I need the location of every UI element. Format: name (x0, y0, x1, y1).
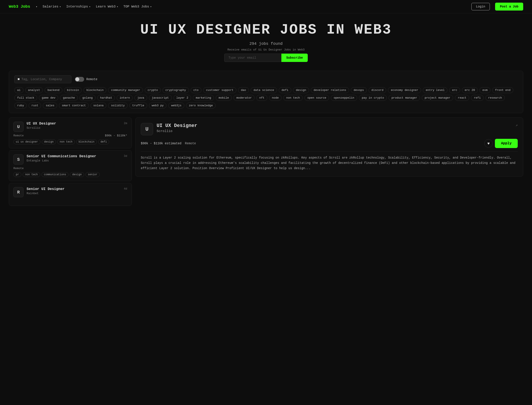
filter-tag[interactable]: solana (90, 102, 107, 108)
filter-tag[interactable]: game dev (39, 95, 58, 101)
job-card[interactable]: U UI UX Designer Scrollio 2m Remote $90k… (9, 117, 132, 148)
filter-tag[interactable]: erc 20 (462, 87, 478, 93)
filter-tag[interactable]: research (485, 95, 505, 101)
favorite-button[interactable]: ♥ (484, 139, 493, 148)
job-title: Senior UI Designer (27, 187, 121, 191)
filter-tag[interactable]: design (293, 87, 309, 93)
filter-tag[interactable]: economy designer (388, 87, 421, 93)
filter-tag[interactable]: developer relations (311, 87, 349, 93)
job-tags: prnon techcommunicationsdesignsenior (13, 172, 127, 177)
filter-tag[interactable]: erc (449, 87, 460, 93)
filter-tag[interactable]: entry level (423, 87, 447, 93)
job-time: 3d (124, 154, 127, 158)
detail-location: Remote (185, 142, 196, 145)
apply-button[interactable]: Apply (495, 139, 518, 148)
filter-tag[interactable]: java (135, 95, 147, 101)
filter-tag[interactable]: openzeppelin (331, 95, 357, 101)
filter-tag[interactable]: ganache (60, 95, 78, 101)
remote-toggle-row: Remote (75, 77, 97, 82)
filter-tag[interactable]: mobile (216, 95, 232, 101)
filter-tag[interactable]: nft (256, 95, 267, 101)
job-card[interactable]: R Senior UI Designer Rainbet 4d (9, 183, 132, 206)
filter-tag[interactable]: non tech (283, 95, 303, 101)
filter-tag[interactable]: web3js (168, 102, 184, 108)
filter-tag[interactable]: full stack (14, 95, 37, 101)
job-tag: defi (98, 140, 109, 144)
nav-salaries[interactable]: Salaries ▾ (43, 5, 61, 9)
filter-tag[interactable]: devops (351, 87, 367, 93)
nav-salaries-chevron: ▾ (60, 5, 61, 8)
nav-learn-web3[interactable]: Learn Web3 ▾ (96, 5, 118, 9)
filter-tag[interactable]: product manager (389, 95, 420, 101)
filter-tag[interactable]: truffle (129, 102, 147, 108)
job-tag: design (42, 140, 56, 144)
filter-tag[interactable]: web3 py (149, 102, 167, 108)
detail-header: U UI UX Designer Scrollio ↗ (141, 123, 518, 135)
filter-tag[interactable]: rust (28, 102, 41, 108)
job-salary: $90k - $110k* (105, 134, 127, 137)
filter-tag[interactable]: backend (45, 87, 62, 93)
nav-internships-chevron: ▾ (89, 5, 91, 8)
post-job-button[interactable]: Post a Job (495, 3, 523, 11)
job-title: UI UX Designer (27, 122, 121, 126)
filter-tag[interactable]: marketing (193, 95, 214, 101)
job-info: UI UX Designer Scrollio (27, 122, 121, 130)
email-input[interactable] (224, 54, 281, 62)
tag-search[interactable]: ■ Tag, Location, Company (14, 75, 71, 83)
navbar: Web3 Jobs ▾ Salaries ▾ Internships ▾ Lea… (0, 0, 532, 14)
company-logo: R (13, 187, 24, 197)
filter-tag[interactable]: javascript (149, 95, 172, 101)
subscribe-label: Receive emails of Ui Ux Designer Jobs in… (4, 48, 528, 51)
subscribe-button[interactable]: Subscribe (281, 54, 308, 62)
filter-tag[interactable]: sales (43, 102, 57, 108)
filter-tag[interactable]: react (455, 95, 469, 101)
filter-tag[interactable]: zero knowledge (186, 102, 216, 108)
job-tag: senior (85, 172, 100, 177)
job-card[interactable]: S Senior UI Communications Designer Enta… (9, 150, 132, 181)
external-link-icon[interactable]: ↗ (516, 123, 518, 127)
filter-tag[interactable]: pay in crypto (359, 95, 387, 101)
job-tag: non tech (57, 140, 75, 144)
filter-tag[interactable]: evm (479, 87, 490, 93)
company-name: Entangle Labs (27, 159, 121, 162)
filter-tag[interactable]: dao (238, 87, 249, 93)
filter-tag[interactable]: golang (80, 95, 95, 101)
nav-top-web3-jobs-chevron: ▾ (150, 5, 152, 8)
filter-tag[interactable]: data science (251, 87, 277, 93)
nav-brand[interactable]: Web3 Jobs (9, 4, 30, 9)
detail-meta-row: $90k - $110k estimated Remote ♥ Apply (141, 139, 518, 148)
filter-tag[interactable]: defi (279, 87, 291, 93)
company-logo: S (13, 154, 24, 164)
job-list: U UI UX Designer Scrollio 2m Remote $90k… (9, 117, 132, 208)
job-tags: ui ux designerdesignnon techblockchainde… (13, 140, 127, 144)
filter-tag[interactable]: ai (14, 87, 24, 93)
filter-tag[interactable]: open source (304, 95, 329, 101)
filter-tag[interactable]: customer support (203, 87, 236, 93)
filter-tag[interactable]: blockchain (83, 87, 106, 93)
filter-tag[interactable]: bitcoin (64, 87, 82, 93)
filter-tag[interactable]: cto (191, 87, 202, 93)
filter-tag[interactable]: node (269, 95, 282, 101)
filter-tag[interactable]: intern (117, 95, 133, 101)
filter-tag[interactable]: layer 2 (174, 95, 191, 101)
login-button[interactable]: Login (471, 3, 490, 10)
filter-tag[interactable]: smart contract (59, 102, 88, 108)
filter-tag[interactable]: community manager (108, 87, 143, 93)
filter-tag[interactable]: discord (369, 87, 386, 93)
filter-tag[interactable]: refi (471, 95, 484, 101)
nav-top-web3-jobs[interactable]: TOP Web3 Jobs ▾ (123, 5, 152, 9)
filter-tag[interactable]: cryptography (162, 87, 189, 93)
nav-brand-chevron: ▾ (36, 5, 37, 8)
remote-toggle[interactable] (75, 77, 84, 82)
filter-tag[interactable]: crypto (145, 87, 161, 93)
filter-tag[interactable]: solidity (108, 102, 128, 108)
job-tag: design (70, 172, 84, 177)
filter-tag[interactable]: ruby (14, 102, 27, 108)
filter-tag[interactable]: hardhat (97, 95, 115, 101)
filter-tag[interactable]: analyst (25, 87, 43, 93)
filter-tag[interactable]: project manager (422, 95, 453, 101)
filter-tag[interactable]: front end (492, 87, 513, 93)
detail-info: UI UX Designer Scrollio (157, 123, 512, 133)
nav-internships[interactable]: Internships ▾ (66, 5, 90, 9)
filter-tag[interactable]: moderator (234, 95, 255, 101)
